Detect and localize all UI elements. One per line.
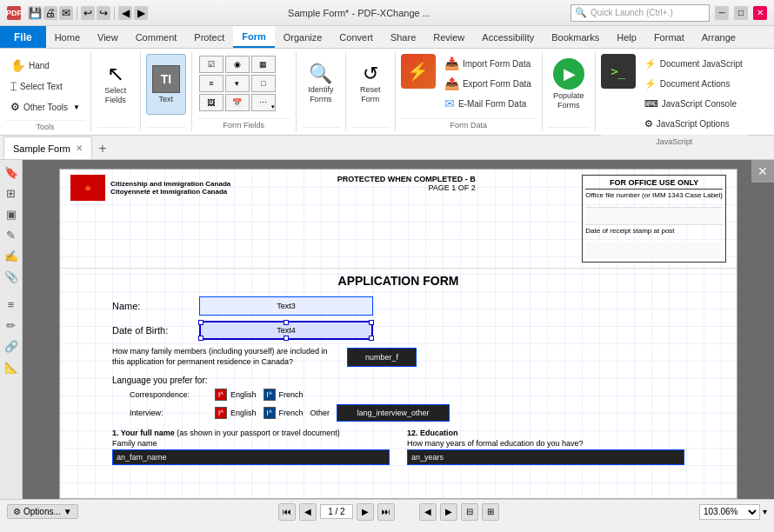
menu-help[interactable]: Help — [608, 26, 645, 48]
search-box[interactable]: 🔍 Quick Launch (Ctrl+.) — [570, 4, 710, 22]
menu-protect[interactable]: Protect — [185, 26, 233, 48]
zoom-out-btn[interactable]: ◀ — [419, 503, 437, 521]
family-name-label: Family name — [112, 439, 390, 448]
family-field[interactable]: number_f — [347, 348, 417, 367]
listbox-field-btn[interactable]: ≡ — [199, 75, 224, 92]
panel-link-icon[interactable]: 🔗 — [3, 337, 20, 355]
prev-page-btn[interactable]: ◀ — [299, 503, 317, 521]
panel-annotations-icon[interactable]: ✎ — [3, 226, 20, 243]
save-icon[interactable]: 💾 — [28, 6, 42, 20]
import-form-data-btn[interactable]: 📥 Import Form Data — [439, 54, 537, 73]
dob-field[interactable]: Text4 — [199, 321, 373, 340]
checkbox-field-btn[interactable]: ☑ — [199, 56, 224, 73]
close-btn-title[interactable]: ✕ — [753, 6, 767, 20]
menu-home[interactable]: Home — [46, 26, 89, 48]
select-fields-btn[interactable]: ↖ SelectFields — [97, 54, 135, 115]
name-field[interactable]: Text3 — [199, 296, 373, 316]
other-tools-icon: ⚙ — [10, 101, 20, 113]
mail-icon[interactable]: ✉ — [59, 6, 73, 20]
undo-icon[interactable]: ↩ — [81, 6, 95, 20]
javascript-options-btn[interactable]: ⚙ JavaScript Options — [639, 114, 748, 133]
family-question: How many family members (including yours… — [112, 347, 338, 367]
fit-width-btn[interactable]: ⊟ — [461, 503, 478, 521]
back-icon[interactable]: ◀ — [118, 6, 132, 20]
identify-forms-btn[interactable]: 🔍 IdentifyForms — [302, 54, 340, 115]
date-field-btn[interactable]: 📅 — [225, 94, 250, 111]
minimize-btn[interactable]: ─ — [715, 6, 729, 20]
populate-forms-btn[interactable]: ▶ PopulateForms — [548, 54, 590, 115]
zoom-select[interactable]: 103.06% — [699, 504, 760, 520]
receipt-stamp-field[interactable] — [585, 242, 723, 259]
more-field-btn[interactable]: ⋯▾ — [251, 94, 276, 111]
select-content: ↖ SelectFields — [97, 54, 135, 125]
javascript-console-btn[interactable]: ⌨ JavaScript Console — [639, 94, 748, 113]
dropdown-field-btn[interactable]: ▾ — [225, 75, 250, 92]
menu-share[interactable]: Share — [382, 26, 424, 48]
last-page-btn[interactable]: ⏭ — [377, 503, 395, 521]
lang-other-field[interactable]: lang_interview_other — [337, 404, 450, 422]
print-icon[interactable]: 🖨 — [43, 6, 57, 20]
zoom-in-btn[interactable]: ▶ — [440, 503, 457, 521]
corr-english-label: English — [230, 390, 257, 399]
title-bar-right: 🔍 Quick Launch (Ctrl+.) ─ □ ✕ — [570, 4, 767, 22]
tab-label: Sample Form — [13, 143, 70, 154]
fit-page-btn[interactable]: ⊞ — [482, 503, 499, 521]
text-field-btn[interactable]: ▦ — [251, 56, 276, 73]
import-label: Import Form Data — [463, 59, 530, 69]
office-file-field[interactable] — [585, 207, 723, 224]
menu-review[interactable]: Review — [424, 26, 473, 48]
ribbon-group-javascript: >_ ⚡ Document JavaScript ⚡ Document Acti… — [596, 52, 753, 131]
redo-icon[interactable]: ↪ — [97, 6, 110, 20]
maximize-btn[interactable]: □ — [734, 6, 748, 20]
options-btn[interactable]: ⚙ Options... ▼ — [7, 504, 78, 519]
correspondence-label: Correspondence: — [130, 390, 208, 399]
panel-bookmark-icon[interactable]: 🔖 — [3, 163, 20, 181]
corr-french[interactable]: Iᴬ French — [264, 389, 304, 401]
int-french[interactable]: Iᴬ French — [264, 407, 304, 419]
forward-icon[interactable]: ▶ — [134, 6, 148, 20]
menu-bookmarks[interactable]: Bookmarks — [543, 26, 608, 48]
menu-form[interactable]: Form — [233, 26, 275, 48]
menu-view[interactable]: View — [89, 26, 127, 48]
panel-measure-icon[interactable]: 📐 — [3, 358, 20, 376]
dob-field-container: Text4 — [199, 321, 373, 340]
panel-edit-icon[interactable]: ✏ — [3, 316, 20, 334]
panel-layers-icon[interactable]: ⊞ — [3, 184, 20, 202]
menu-accessibility[interactable]: Accessibility — [473, 26, 543, 48]
button-field-btn[interactable]: □ — [251, 75, 276, 92]
document-javascript-btn[interactable]: ⚡ Document JavaScript — [639, 54, 748, 73]
close-doc-btn[interactable]: ✕ — [751, 160, 774, 183]
image-field-btn[interactable]: 🖼 — [199, 94, 224, 111]
menu-format[interactable]: Format — [645, 26, 693, 48]
int-english[interactable]: Iᴬ English — [215, 407, 257, 419]
menu-arrange[interactable]: Arrange — [693, 26, 744, 48]
family-name-field[interactable]: an_fam_name — [112, 449, 390, 465]
new-tab-btn[interactable]: + — [92, 138, 113, 159]
menu-file[interactable]: File — [0, 26, 46, 48]
menu-organize[interactable]: Organize — [275, 26, 331, 48]
radio-field-btn[interactable]: ◉ — [225, 56, 250, 73]
email-form-data-btn[interactable]: ✉ E-Mail Form Data — [439, 94, 537, 113]
panel-thumbnail-icon[interactable]: ▣ — [3, 205, 20, 223]
other-tools-btn[interactable]: ⚙ Other Tools ▼ — [5, 97, 85, 116]
panel-signatures-icon[interactable]: ✍ — [3, 247, 20, 264]
select-text-btn[interactable]: ⌶ Select Text — [5, 76, 85, 96]
menu-convert[interactable]: Convert — [330, 26, 382, 48]
export-form-data-btn[interactable]: 📤 Export Form Data — [439, 74, 537, 93]
first-page-btn[interactable]: ⏮ — [278, 503, 296, 521]
next-page-btn[interactable]: ▶ — [357, 503, 374, 521]
hand-tool-btn[interactable]: ✋ Hand — [5, 56, 85, 75]
document-actions-btn[interactable]: ⚡ Document Actions — [639, 74, 748, 93]
reset-form-btn[interactable]: ↺ ResetForm — [351, 54, 390, 115]
panel-text-icon[interactable]: ≡ — [3, 296, 20, 313]
email-icon: ✉ — [444, 96, 455, 110]
tab-sample-form[interactable]: Sample Form ✕ — [3, 136, 92, 159]
panel-attachments-icon[interactable]: 📎 — [3, 268, 20, 285]
text-tool-btn[interactable]: TI Text — [146, 54, 186, 115]
menu-comment[interactable]: Comment — [127, 26, 186, 48]
text-content: TI Text — [146, 54, 186, 125]
corr-english[interactable]: Iᴬ English — [215, 389, 257, 401]
education-field[interactable]: an_years — [407, 449, 684, 465]
tab-close-btn[interactable]: ✕ — [76, 143, 83, 153]
reset-icon: ↺ — [363, 64, 378, 83]
